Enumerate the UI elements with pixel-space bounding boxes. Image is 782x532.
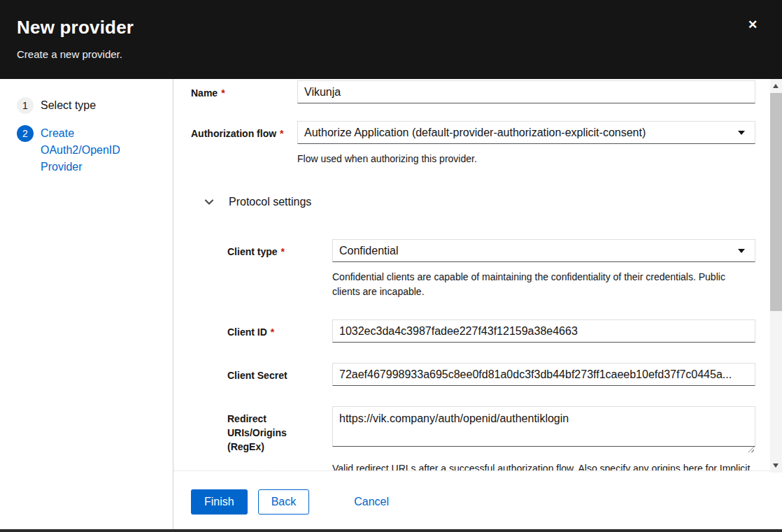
resize-handle[interactable]	[747, 445, 754, 452]
redirect-uris-help: Valid redirect URLs after a successful a…	[332, 461, 755, 470]
client-id-field-row: Client ID*	[227, 319, 758, 343]
protocol-settings-title: Protocol settings	[229, 196, 311, 208]
step-number-badge: 1	[17, 97, 34, 114]
client-id-input[interactable]	[332, 319, 755, 343]
scrollbar-up-arrow-icon[interactable]	[773, 84, 779, 88]
redirect-uris-textarea-wrap: https://vik.company/auth/openid/authenti…	[332, 406, 755, 454]
protocol-settings-toggle[interactable]: Protocol settings	[191, 196, 758, 208]
page-subtitle: Create a new provider.	[17, 48, 765, 60]
form-scroll-area[interactable]: Name* Authorization flow* Authorize Appl…	[173, 79, 782, 470]
wizard-footer: Finish Back Cancel	[173, 470, 782, 529]
redirect-uris-textarea[interactable]: https://vik.company/auth/openid/authenti…	[332, 406, 755, 447]
client-secret-input[interactable]	[332, 363, 755, 386]
client-id-label: Client ID*	[227, 319, 332, 343]
modal-main: 1 Select type 2 Create OAuth2/OpenID Pro…	[0, 79, 782, 529]
wizard-step-select-type[interactable]: 1 Select type	[17, 97, 163, 114]
authorization-flow-value: Authorize Application (default-provider-…	[304, 127, 646, 139]
name-label: Name*	[191, 80, 297, 103]
step-number-badge: 2	[17, 125, 34, 142]
wizard-content: Name* Authorization flow* Authorize Appl…	[173, 79, 782, 529]
wizard-step-create-provider[interactable]: 2 Create OAuth2/OpenID Provider	[17, 125, 163, 175]
authorization-flow-help: Flow used when authorizing this provider…	[297, 152, 755, 166]
finish-button[interactable]: Finish	[191, 489, 248, 515]
client-type-field-row: Client type* Confidential Confidential c…	[227, 239, 758, 299]
step-label: Create OAuth2/OpenID Provider	[41, 125, 145, 175]
authorization-flow-label: Authorization flow*	[191, 121, 297, 144]
client-type-label: Client type*	[227, 239, 332, 262]
cancel-button[interactable]: Cancel	[354, 489, 389, 515]
required-marker: *	[271, 326, 274, 338]
caret-down-icon	[738, 131, 745, 135]
step-label: Select type	[41, 97, 96, 114]
page-title: New provider	[17, 17, 765, 38]
new-provider-modal: New provider Create a new provider. ✕ 1 …	[0, 0, 782, 532]
back-button[interactable]: Back	[258, 489, 310, 515]
required-marker: *	[280, 128, 283, 139]
authorization-flow-field-row: Authorization flow* Authorize Applicatio…	[191, 121, 758, 166]
client-type-value: Confidential	[339, 245, 399, 257]
scrollbar-down-arrow-icon[interactable]	[773, 463, 779, 468]
name-field-row: Name*	[191, 80, 758, 103]
authorization-flow-select[interactable]: Authorize Application (default-provider-…	[297, 121, 755, 144]
redirect-uris-field-row: Redirect URIs/Origins (RegEx) https://vi…	[227, 406, 758, 470]
vertical-scrollbar[interactable]	[770, 79, 782, 473]
client-secret-field-row: Client Secret	[227, 363, 758, 386]
required-marker: *	[281, 246, 285, 257]
name-input[interactable]	[297, 80, 755, 103]
scrollbar-thumb[interactable]	[770, 93, 782, 311]
required-marker: *	[221, 87, 225, 99]
wizard-sidebar: 1 Select type 2 Create OAuth2/OpenID Pro…	[0, 79, 173, 529]
client-secret-label: Client Secret	[227, 363, 332, 386]
caret-down-icon	[738, 249, 745, 253]
modal-header: New provider Create a new provider. ✕	[0, 0, 782, 79]
close-icon[interactable]: ✕	[744, 17, 761, 34]
page-bottom-edge	[0, 529, 782, 532]
chevron-down-icon	[204, 197, 214, 207]
client-type-help: Confidential clients are capable of main…	[332, 270, 755, 299]
redirect-uris-label: Redirect URIs/Origins (RegEx)	[227, 406, 332, 454]
client-type-select[interactable]: Confidential	[332, 239, 755, 262]
